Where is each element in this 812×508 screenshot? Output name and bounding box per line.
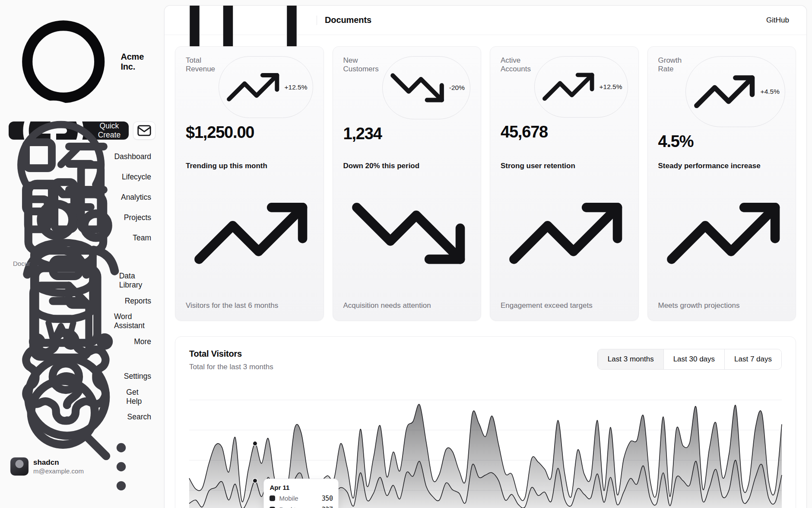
stat-card-value: 1,234 <box>343 125 471 143</box>
stat-card-footer-title: Down 20% this period <box>343 161 471 297</box>
sidebar-footer-nav: Settings Get Help Search <box>7 368 157 425</box>
trend-badge: -20% <box>382 56 470 119</box>
series-value: 327 <box>322 506 333 508</box>
chart-title: Total Visitors <box>189 349 273 359</box>
nav-item-label: Team <box>133 233 151 243</box>
user-menu[interactable]: shadcn m@example.com <box>7 431 157 501</box>
visitors-chart-card: Total Visitors Total for the last 3 mont… <box>175 336 796 508</box>
tooltip-date: Apr 11 <box>270 484 333 491</box>
stat-card-title: New Customers <box>343 56 379 73</box>
github-link[interactable]: GitHub <box>760 13 795 28</box>
series-value: 350 <box>322 495 333 502</box>
stat-card-footer-title: Steady performance increase <box>658 161 786 297</box>
nav-item-label: Lifecycle <box>122 173 151 182</box>
tooltip-row: Desktop 327 <box>270 506 333 508</box>
time-range-tab[interactable]: Last 7 days <box>724 349 781 369</box>
inbox-button[interactable] <box>133 121 155 140</box>
time-range-tab-label: Last 3 months <box>608 355 654 364</box>
trend-badge-value: +12.5% <box>284 83 307 91</box>
nav-item-label: Get Help <box>126 388 151 406</box>
trending-up-icon <box>504 171 628 296</box>
main-content: Total Revenue +12.5% $1,250.00 Trending … <box>165 35 806 508</box>
sidebar-nav-item[interactable]: Search <box>9 409 155 425</box>
header-divider <box>317 16 317 25</box>
stat-card-footer-desc: Visitors for the last 6 months <box>186 301 313 310</box>
nav-item-label: Search <box>127 412 151 422</box>
nav-item-label: Settings <box>124 372 151 381</box>
trend-badge: +4.5% <box>685 56 785 127</box>
trend-badge: +12.5% <box>219 56 313 118</box>
stat-card-title: Active Accounts <box>501 56 531 73</box>
series-swatch <box>270 495 275 501</box>
page-title: Documents <box>325 15 371 25</box>
stat-card-value: $1,250.00 <box>186 123 313 142</box>
mail-icon <box>136 122 152 139</box>
stat-card-footer-title: Strong user retention <box>501 161 628 297</box>
main-panel: Documents GitHub Total Revenue +12.5% <box>164 5 807 508</box>
trend-badge-value: -20% <box>449 84 465 92</box>
stat-card: Growth Rate +4.5% 4.5% Steady performanc… <box>647 46 796 321</box>
user-email: m@example.com <box>33 467 84 475</box>
trending-down-icon <box>388 58 447 117</box>
trend-badge-value: +4.5% <box>761 88 780 96</box>
active-dot <box>253 441 257 445</box>
chart-tooltip: Apr 11 Mobile 350 Desktop 327 <box>263 479 339 508</box>
stat-card: New Customers -20% 1,234 Down 20% this p… <box>333 46 482 321</box>
kebab-icon[interactable] <box>89 434 154 499</box>
time-range-tab-label: Last 7 days <box>734 355 772 364</box>
chart-plot: Apr 7Apr 13Apr 19Apr 26May 2May 8May 14M… <box>189 400 782 508</box>
stat-card-footer-desc: Engagement exceed targets <box>501 301 628 310</box>
top-bar: Documents GitHub <box>165 6 806 35</box>
nav-item-label: Dashboard <box>114 152 151 161</box>
trending-up-icon <box>540 58 597 115</box>
stat-card-title: Total Revenue <box>186 56 215 73</box>
avatar <box>10 457 29 476</box>
stat-card: Total Revenue +12.5% $1,250.00 Trending … <box>175 46 324 321</box>
time-range-tab[interactable]: Last 3 months <box>598 349 663 369</box>
chart-subtitle: Total for the last 3 months <box>189 363 273 371</box>
time-range-tab-label: Last 30 days <box>673 355 715 364</box>
app-root: Acme Inc. Quick Create Dashboard Lifecyc… <box>0 0 812 508</box>
series-name: Mobile <box>279 495 298 502</box>
stat-card-footer-title: Trending up this month <box>186 161 313 297</box>
trend-badge-value: +12.5% <box>599 83 622 91</box>
trending-down-icon <box>346 171 471 296</box>
trend-badge: +12.5% <box>534 56 628 118</box>
brand-name: Acme Inc. <box>121 52 153 72</box>
time-range-tabs: Last 3 months Last 30 days Last 7 days <box>597 349 782 370</box>
stat-card-title: Growth Rate <box>658 56 682 73</box>
sidebar: Acme Inc. Quick Create Dashboard Lifecyc… <box>0 0 164 508</box>
active-dot <box>253 478 257 482</box>
time-range-tab[interactable]: Last 30 days <box>663 349 724 369</box>
trending-up-icon <box>224 58 282 116</box>
trending-up-icon <box>661 171 786 296</box>
trending-up-icon <box>189 171 313 296</box>
tooltip-row: Mobile 350 <box>270 495 333 502</box>
stat-card: Active Accounts +12.5% 45,678 Strong use… <box>490 46 639 321</box>
stat-cards: Total Revenue +12.5% $1,250.00 Trending … <box>175 46 796 321</box>
stat-card-footer-desc: Acquisition needs attention <box>343 301 471 310</box>
stat-card-value: 4.5% <box>658 132 786 151</box>
trending-up-icon <box>691 58 758 125</box>
series-name: Desktop <box>279 506 303 508</box>
stat-card-footer-desc: Meets growth projections <box>658 301 786 310</box>
nav-item-label: More <box>134 337 151 346</box>
user-name: shadcn <box>33 458 84 467</box>
tooltip-rows: Mobile 350 Desktop 327 <box>270 495 333 508</box>
stat-card-value: 45,678 <box>501 123 628 141</box>
nav-item-label: Projects <box>124 213 151 222</box>
